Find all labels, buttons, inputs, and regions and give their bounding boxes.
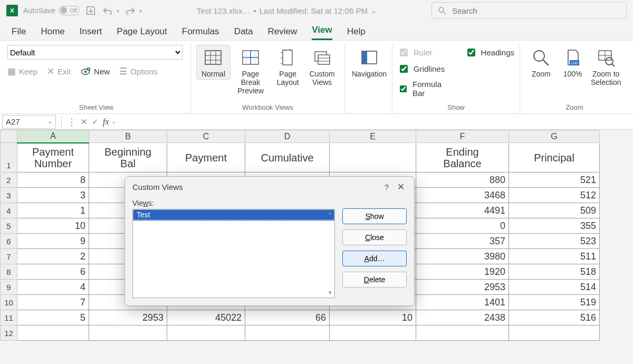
undo-icon[interactable] <box>102 5 113 16</box>
cell-A10[interactable]: 7 <box>17 295 89 310</box>
cell-G2[interactable]: 521 <box>509 173 600 188</box>
header-C[interactable]: Payment <box>167 143 245 173</box>
chevron-down-icon[interactable]: ⌄ <box>371 7 377 15</box>
cell-A4[interactable]: 1 <box>17 203 89 218</box>
scroll-down-icon[interactable]: ▾ <box>326 289 334 298</box>
tab-view[interactable]: View <box>312 25 332 40</box>
tab-insert[interactable]: Insert <box>80 26 102 40</box>
tab-page-layout[interactable]: Page Layout <box>117 26 167 40</box>
cell-G7[interactable]: 511 <box>509 249 600 264</box>
fx-chevron-icon[interactable]: ⌄ <box>111 118 116 125</box>
row-8-header[interactable]: 8 <box>1 264 17 280</box>
cell-D11[interactable]: 66 <box>245 310 330 325</box>
zoom-100-button[interactable]: 100 100% <box>557 45 589 80</box>
cell-A9[interactable]: 4 <box>17 280 89 295</box>
row-12-header[interactable]: 12 <box>1 325 17 341</box>
col-D[interactable]: D <box>245 130 330 143</box>
cell-G11[interactable]: 516 <box>509 310 600 325</box>
chevron-down-icon[interactable]: ⌄ <box>47 118 52 125</box>
cell-G12[interactable] <box>509 325 600 341</box>
dialog-titlebar[interactable]: Custom Views ? ✕ <box>125 177 414 197</box>
cell-A6[interactable]: 9 <box>17 234 89 249</box>
column-headers[interactable]: A B C D E F G <box>1 130 600 143</box>
col-F[interactable]: F <box>416 130 509 143</box>
cell-F11[interactable]: 2438 <box>416 310 509 325</box>
select-all-corner[interactable] <box>1 130 17 143</box>
cell-G5[interactable]: 355 <box>509 218 600 234</box>
views-item-test[interactable]: Test <box>133 209 334 220</box>
custom-views-button[interactable]: Custom Views <box>305 45 339 88</box>
cell-A2[interactable]: 8 <box>17 173 89 188</box>
close-dialog-button[interactable]: Close <box>342 229 407 245</box>
row-2-header[interactable]: 2 <box>1 173 17 188</box>
cell-G6[interactable]: 523 <box>509 234 600 249</box>
row-11-header[interactable]: 11 <box>1 310 17 325</box>
row-9-header[interactable]: 9 <box>1 280 17 295</box>
zoom-button[interactable]: Zoom <box>525 45 557 80</box>
header-A[interactable]: PaymentNumber <box>17 143 89 173</box>
undo-chevron-icon[interactable]: ▾ <box>117 8 119 14</box>
row-5-header[interactable]: 5 <box>1 218 17 234</box>
tab-formulas[interactable]: Formulas <box>182 26 219 40</box>
row-3-header[interactable]: 3 <box>1 188 17 203</box>
save-icon[interactable] <box>85 5 97 16</box>
cell-A8[interactable]: 6 <box>17 264 89 280</box>
cell-A3[interactable]: 3 <box>17 188 89 203</box>
show-button[interactable]: Show <box>342 208 407 224</box>
scroll-up-icon[interactable]: ▴ <box>326 209 334 218</box>
header-E[interactable] <box>330 143 416 173</box>
autosave-toggle[interactable]: AutoSave Off <box>23 6 80 15</box>
cell-F3[interactable]: 3468 <box>416 188 509 203</box>
row-4-header[interactable]: 4 <box>1 203 17 218</box>
cell-G3[interactable]: 512 <box>509 188 600 203</box>
close-button[interactable]: ✕ <box>393 179 409 195</box>
search-box[interactable] <box>431 2 627 19</box>
sheet-view-select[interactable]: Default <box>7 45 183 60</box>
cell-E11[interactable]: 10 <box>330 310 416 325</box>
cell-G9[interactable]: 514 <box>509 280 600 295</box>
formula-bar-checkbox[interactable]: Formula Bar <box>398 80 449 98</box>
zoom-selection-button[interactable]: Zoom to Selection <box>588 45 624 88</box>
cell-C12[interactable] <box>167 325 245 341</box>
page-break-button[interactable]: Page Break Preview <box>231 45 271 97</box>
delete-button[interactable]: Delete <box>342 272 407 288</box>
cell-F6[interactable]: 357 <box>416 234 509 249</box>
cell-A12[interactable] <box>17 325 89 341</box>
tab-data[interactable]: Data <box>234 26 253 40</box>
cell-B11[interactable]: 2953 <box>89 310 167 325</box>
normal-button[interactable]: Normal <box>196 45 231 80</box>
gridlines-checkbox[interactable]: Gridlines <box>398 63 449 74</box>
cell-F7[interactable]: 3980 <box>416 249 509 264</box>
search-input[interactable] <box>451 6 621 16</box>
cell-F10[interactable]: 1401 <box>416 295 509 310</box>
filename[interactable]: Test 123.xlsx… <box>197 6 251 15</box>
views-listbox[interactable]: Test ▴ ▾ <box>132 209 335 298</box>
cell-F5[interactable]: 0 <box>416 218 509 234</box>
cell-G4[interactable]: 509 <box>509 203 600 218</box>
col-C[interactable]: C <box>167 130 245 143</box>
cell-E12[interactable] <box>330 325 416 341</box>
formula-input[interactable] <box>116 115 633 129</box>
cell-B12[interactable] <box>89 325 167 341</box>
col-G[interactable]: G <box>509 130 600 143</box>
row-6-header[interactable]: 6 <box>1 234 17 249</box>
header-B[interactable]: BeginningBal <box>89 143 167 173</box>
add-button[interactable]: Add… <box>342 251 407 266</box>
tab-review[interactable]: Review <box>268 26 298 40</box>
row-1-header[interactable]: 1 <box>1 143 17 173</box>
fx-icon[interactable]: fx <box>101 117 111 127</box>
row-10-header[interactable]: 10 <box>1 295 17 310</box>
header-D[interactable]: Cumulative <box>245 143 330 173</box>
cell-C11[interactable]: 45022 <box>167 310 245 325</box>
cell-A5[interactable]: 10 <box>17 218 89 234</box>
col-E[interactable]: E <box>330 130 416 143</box>
tab-file[interactable]: File <box>12 26 26 40</box>
col-A[interactable]: A <box>17 130 89 143</box>
header-G[interactable]: Principal <box>509 143 600 173</box>
cell-F9[interactable]: 2953 <box>416 280 509 295</box>
more-icon[interactable]: ⋮ <box>65 116 79 128</box>
cell-D12[interactable] <box>245 325 330 341</box>
cell-A7[interactable]: 2 <box>17 249 89 264</box>
cell-G10[interactable]: 519 <box>509 295 600 310</box>
redo-chevron-icon[interactable]: ▾ <box>139 8 142 14</box>
